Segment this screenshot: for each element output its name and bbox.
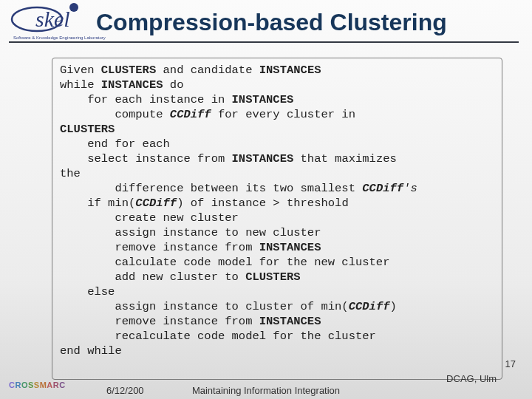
slide-number: 17 [505,358,516,369]
algorithm-box: Given CLUSTERS and candidate INSTANCES w… [52,58,502,380]
footer-date: 6/12/200 [106,385,144,396]
slide: skel Software & Knowledge Engineering La… [0,0,532,399]
logo-caption: Software & Knowledge Engineering Laborat… [13,35,106,40]
footer-center: Maintaining Information Integration [192,385,340,396]
crossmarc-logo: CROSSMARC [9,381,66,389]
svg-point-2 [69,3,78,12]
footer-logo: CROSSMARC [9,375,90,395]
skel-logo: skel Software & Knowledge Engineering La… [10,1,92,44]
slide-title: Compression-based Clustering [96,9,517,36]
footer-right: DCAG, Ulm [446,373,497,384]
svg-text:skel: skel [35,7,70,31]
algorithm-text: Given CLUSTERS and candidate INSTANCES w… [60,63,494,358]
title-underline [9,41,519,43]
